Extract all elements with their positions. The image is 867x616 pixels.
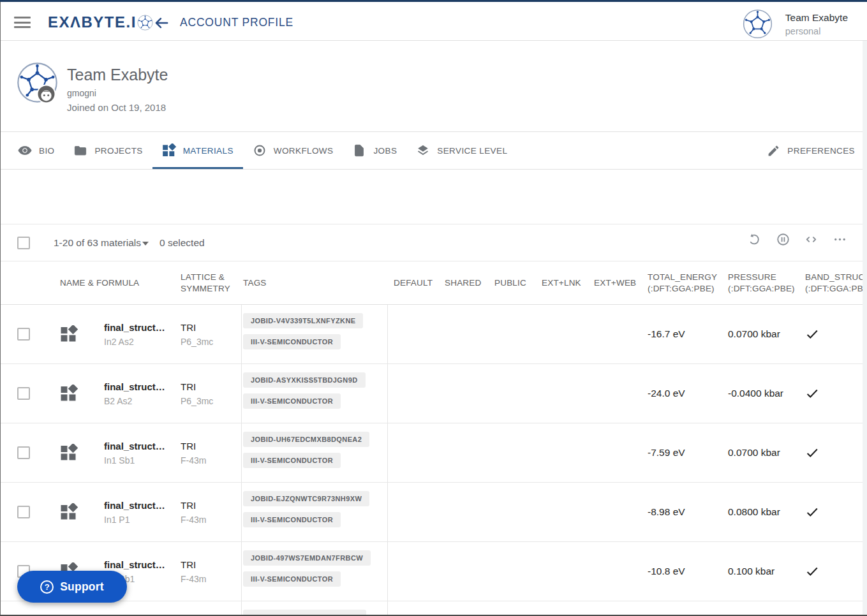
- material-formula: In1 P1: [104, 515, 181, 525]
- account-name: Team Exabyte: [785, 12, 848, 24]
- app-bar: EXΛBYTE.I ACCOUNT PROFILE Team Exabyte p…: [0, 2, 867, 41]
- table-row[interactable]: final_struct…In1 Sb1 TRIF-43m JOBID-UH67…: [0, 423, 867, 483]
- pagination-range[interactable]: 1-20 of 63 materials: [54, 237, 141, 249]
- material-name[interactable]: final_struct…: [104, 441, 181, 451]
- tag-chip[interactable]: III-V-SEMICONDUCTOR: [243, 512, 341, 527]
- tag-chip[interactable]: III-V-SEMICONDUCTOR: [243, 571, 341, 587]
- lattice-type: TRI: [181, 559, 241, 570]
- account-avatar: [743, 9, 773, 39]
- filter-bar: [0, 170, 867, 224]
- col-pressure[interactable]: PRESSURE(:DFT:GGA:PBE): [722, 272, 799, 295]
- pencil-icon: [767, 144, 780, 158]
- col-public[interactable]: PUBLIC: [489, 277, 536, 289]
- tab-jobs[interactable]: JOBS: [343, 132, 406, 169]
- tags-cell: JOBID-EJZQNWTC9R73NH9XWIII-V-SEMICONDUCT…: [241, 483, 388, 541]
- back-arrow-icon[interactable]: [153, 15, 170, 31]
- code-icon[interactable]: [804, 232, 819, 247]
- tab-workflows[interactable]: WORKFLOWS: [243, 132, 343, 169]
- logo-ball-icon: [137, 15, 153, 31]
- window-edge-top: [0, 0, 867, 2]
- document-icon: [352, 143, 366, 158]
- total-energy-value: -7.59 eV: [641, 423, 722, 482]
- table-row[interactable]: final_struct…B2 As2 TRIP6_3mc JOBID-ASYX…: [0, 364, 867, 423]
- row-checkbox[interactable]: [17, 506, 30, 518]
- total-energy-value: -24.0 eV: [641, 364, 722, 423]
- tag-chip[interactable]: JOBID-UH67EDCMXB8DQNEA2: [243, 432, 369, 447]
- material-name[interactable]: final_struct…: [104, 381, 181, 392]
- symmetry-group: P6_3mc: [181, 337, 241, 347]
- reset-icon[interactable]: [747, 232, 762, 247]
- row-checkbox[interactable]: [17, 387, 30, 400]
- material-name[interactable]: final_struct…: [104, 500, 181, 511]
- col-tags[interactable]: TAGS: [241, 277, 388, 289]
- pagination-caret-icon[interactable]: [142, 242, 149, 246]
- col-total-energy[interactable]: TOTAL_ENERGY(:DFT:GGA:PBE): [641, 272, 722, 295]
- workflow-icon: [253, 143, 267, 158]
- table-row[interactable]: JOBID-XHMN9D9G99LETD9H9: [0, 601, 867, 616]
- check-icon: [805, 564, 819, 578]
- preferences-button[interactable]: PREFERENCES: [767, 132, 855, 169]
- col-band-structure[interactable]: BAND_STRUCTURE(:DFT:GGA:PBE): [799, 272, 867, 295]
- tag-chip[interactable]: III-V-SEMICONDUCTOR: [243, 393, 341, 409]
- tab-projects[interactable]: PROJECTS: [64, 132, 152, 169]
- scrollbar-track[interactable]: [863, 41, 867, 615]
- symmetry-group: P6_3mc: [181, 396, 241, 406]
- more-horizontal-icon[interactable]: [833, 232, 847, 247]
- pause-circle-icon[interactable]: [776, 232, 790, 247]
- profile-tabs: BIO PROJECTS MATERIALS WORKFLOWS JOBS SE…: [0, 132, 867, 170]
- total-energy-value: -8.98 eV: [641, 483, 722, 541]
- col-name-formula[interactable]: NAME & FORMULA: [60, 277, 181, 289]
- total-energy-value: -16.7 eV: [641, 305, 722, 363]
- tag-chip[interactable]: JOBID-497WS7EMDAN7FRBCW: [243, 550, 371, 566]
- material-icon: [60, 444, 78, 462]
- tag-chip[interactable]: JOBID-ASYXKISS5TBDJGN9D: [243, 372, 366, 388]
- check-icon: [805, 505, 819, 519]
- page-title: ACCOUNT PROFILE: [180, 16, 293, 29]
- material-name[interactable]: final_struct…: [104, 322, 181, 333]
- tags-cell: JOBID-497WS7EMDAN7FRBCWIII-V-SEMICONDUCT…: [241, 542, 388, 601]
- table-row[interactable]: final_struct…In1 Sb1 TRIF-43m JOBID-497W…: [0, 542, 867, 601]
- folder-icon: [73, 143, 87, 158]
- list-controls-row: 1-20 of 63 materials 0 selected: [0, 224, 867, 261]
- tag-chip[interactable]: JOBID-EJZQNWTC9R73NH9XW: [243, 491, 369, 506]
- materials-icon: [162, 143, 176, 158]
- material-name[interactable]: final_struct…: [104, 559, 181, 570]
- user-face-badge-icon: [36, 84, 56, 104]
- account-type: personal: [785, 26, 848, 36]
- exabyte-logo[interactable]: EXΛBYTE.I: [48, 13, 153, 31]
- pressure-value: -0.0400 kbar: [722, 364, 799, 423]
- table-header-row: NAME & FORMULA LATTICE &SYMMETRY TAGS DE…: [0, 261, 867, 305]
- col-shared[interactable]: SHARED: [439, 277, 489, 289]
- pressure-value: 0.0800 kbar: [722, 483, 799, 541]
- tags-cell: JOBID-XHMN9D9G99LETD9H9: [241, 601, 388, 616]
- table-row[interactable]: final_struct…In1 P1 TRIF-43m JOBID-EJZQN…: [0, 483, 867, 542]
- tab-service-level[interactable]: SERVICE LEVEL: [406, 132, 517, 169]
- check-icon: [805, 327, 819, 341]
- col-ext-web[interactable]: EXT+WEB: [588, 277, 641, 289]
- row-checkbox[interactable]: [17, 446, 30, 459]
- material-icon: [60, 385, 78, 402]
- tag-chip[interactable]: III-V-SEMICONDUCTOR: [243, 334, 341, 349]
- lattice-type: TRI: [181, 381, 241, 392]
- col-ext-lnk[interactable]: EXT+LNK: [536, 277, 588, 289]
- tab-materials[interactable]: MATERIALS: [152, 132, 243, 169]
- material-icon: [60, 503, 78, 521]
- support-button[interactable]: ? Support: [17, 571, 127, 603]
- tab-bio[interactable]: BIO: [8, 132, 64, 169]
- tag-chip[interactable]: III-V-SEMICONDUCTOR: [243, 453, 341, 468]
- lattice-type: TRI: [181, 441, 241, 451]
- col-lattice-symmetry[interactable]: LATTICE &SYMMETRY: [181, 272, 241, 295]
- account-switcher[interactable]: Team Exabyte personal: [743, 9, 848, 39]
- pressure-value: 0.0700 kbar: [722, 423, 799, 482]
- row-checkbox[interactable]: [17, 328, 30, 341]
- tag-chip[interactable]: JOBID-V4V339T5LXNFYZKNE: [243, 313, 363, 328]
- col-default[interactable]: DEFAULT: [388, 277, 439, 289]
- select-all-checkbox[interactable]: [17, 237, 30, 249]
- material-formula: In1 Sb1: [104, 455, 181, 466]
- symmetry-group: F-43m: [181, 455, 241, 466]
- symmetry-group: F-43m: [181, 515, 241, 525]
- tags-cell: JOBID-UH67EDCMXB8DQNEA2III-V-SEMICONDUCT…: [241, 423, 388, 482]
- menu-icon[interactable]: [14, 17, 31, 28]
- table-row[interactable]: final_struct…In2 As2 TRIP6_3mc JOBID-V4V…: [0, 305, 867, 364]
- lattice-type: TRI: [181, 322, 241, 333]
